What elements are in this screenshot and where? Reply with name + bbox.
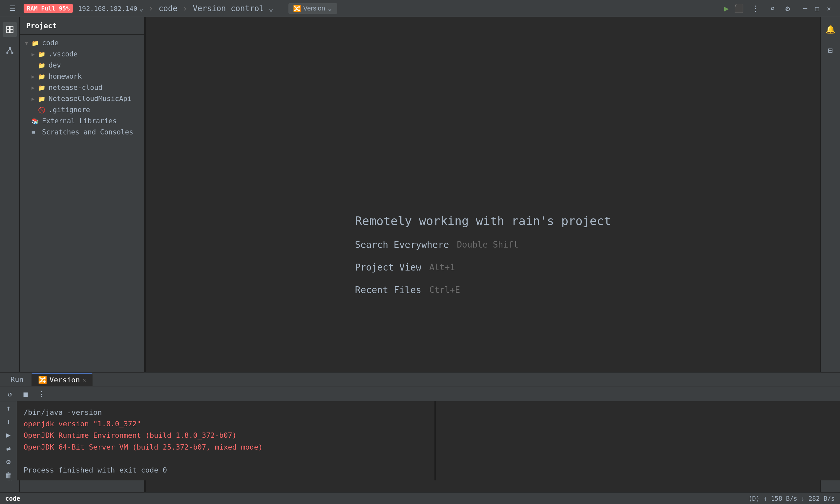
tab-version-close[interactable]: ✕	[82, 376, 86, 383]
ip-address: 192.168.182.140 ⌄	[78, 5, 143, 13]
tree-label-homework: homework	[49, 72, 139, 80]
tree-label-code: code	[42, 39, 139, 47]
tree-item-dev[interactable]: 📁 dev	[20, 60, 144, 71]
tree-item-netease-cloud[interactable]: ▶ 📁 netease-cloud	[20, 82, 144, 93]
svg-line-7	[7, 49, 10, 52]
titlebar-right: ▶ ⬛ ⋮ ⌕ ⚙ ─ □ ✕	[724, 3, 834, 14]
welcome-title: Remotely working with rain's project	[355, 214, 611, 228]
console-delete-icon[interactable]: 🗑	[2, 471, 15, 480]
console-up-arrow[interactable]: ↑	[2, 404, 15, 412]
svg-line-8	[10, 49, 13, 52]
project-breadcrumb: code	[158, 4, 177, 13]
console-line-1: /bin/java -version	[24, 407, 428, 418]
folder-icon-netease-cloud: 📁	[38, 84, 47, 91]
bottom-content: ↑ ↓ ▶ ⇌ ⚙ 🗑 📦 ℹ ⌕ /bin/java -version ope…	[0, 401, 840, 480]
tree-item-netease-api[interactable]: ▶ 📁 NeteaseCloudMusicApi	[20, 93, 144, 104]
console-line-6: Process finished with exit code 0	[24, 464, 428, 476]
titlebar: ☰ RAM Full 95% 192.168.182.140 ⌄ › code …	[0, 0, 840, 17]
more-options-button[interactable]: ⋮	[35, 388, 47, 400]
console-wrap-icon[interactable]: ⇌	[2, 444, 15, 452]
settings-icon[interactable]: ⚙	[783, 3, 793, 14]
tab-version[interactable]: 🔀 Version ✕	[32, 373, 93, 386]
file-icon-gitignore: 🚫	[38, 107, 47, 113]
ram-badge: RAM Full 95%	[24, 4, 73, 13]
tree-arrow-homework: ▶	[32, 73, 38, 80]
search-everywhere-action[interactable]: Search Everywhere	[355, 239, 449, 250]
right-sidebar-notifications[interactable]: 🔔	[823, 22, 838, 37]
lib-icon-external-libs: 📚	[32, 118, 40, 125]
svg-point-5	[6, 52, 8, 53]
bottom-left-icons: ↑ ↓ ▶ ⇌ ⚙ 🗑 📦 ℹ ⌕	[0, 401, 17, 480]
more-options-icon[interactable]: ⋮	[749, 3, 762, 14]
console-line-4: OpenJDK 64-Bit Server VM (build 25.372-b…	[24, 442, 428, 453]
console-line-2: openjdk version "1.8.0_372"	[24, 418, 428, 430]
welcome-action-search[interactable]: Search Everywhere Double Shift	[355, 239, 611, 250]
scratches-icon: ≡	[32, 129, 40, 136]
stop-button[interactable]: ■	[20, 388, 32, 400]
statusbar: code (D) ↑ 158 B/s ↓ 282 B/s	[0, 492, 840, 504]
tree-item-gitignore[interactable]: 🚫 .gitignore	[20, 104, 144, 115]
recent-files-action[interactable]: Recent Files	[355, 285, 421, 295]
project-view-action[interactable]: Project View	[355, 262, 421, 273]
search-everywhere-icon[interactable]: ⌕	[768, 3, 777, 14]
tree-label-vscode: .vscode	[49, 50, 139, 58]
project-view-shortcut: Alt+1	[429, 262, 455, 272]
folder-icon-vscode: 📁	[38, 51, 47, 58]
svg-rect-1	[10, 26, 13, 29]
run-icon[interactable]: ▶	[724, 4, 729, 13]
version-icon: 🔀	[293, 5, 301, 13]
svg-rect-2	[6, 30, 10, 33]
tree-item-code[interactable]: ▼ 📁 code	[20, 37, 144, 49]
tree-arrow-netease-api: ▶	[32, 96, 38, 102]
close-button[interactable]: ✕	[824, 4, 834, 13]
tree-label-dev: dev	[49, 61, 139, 69]
version-button[interactable]: 🔀 Version ⌄	[288, 3, 337, 14]
console-play-icon[interactable]: ▶	[2, 431, 15, 439]
welcome-action-recent-files[interactable]: Recent Files Ctrl+E	[355, 285, 611, 295]
tree-arrow-code: ▼	[25, 40, 32, 46]
bottom-right-panel	[436, 401, 840, 480]
console-down-arrow[interactable]: ↓	[2, 417, 15, 426]
tree-label-netease-api: NeteaseCloudMusicApi	[49, 95, 139, 103]
bottom-panel: Run 🔀 Version ✕ ↺ ■ ⋮ ↑ ↓ ▶ ⇌ ⚙ 🗑	[0, 372, 840, 480]
tree-item-external-libs[interactable]: 📚 External Libraries	[20, 115, 144, 127]
bottom-tabs: Run 🔀 Version ✕	[0, 373, 840, 387]
main-area: ⋯ Project ▼ 📁 code ▶ 📁 .vscode 📁 dev	[0, 17, 840, 492]
tree-label-external-libs: External Libraries	[42, 117, 139, 125]
sidebar-item-structure[interactable]	[3, 43, 17, 58]
tree-label-netease-cloud: netease-cloud	[49, 84, 139, 91]
tree-label-scratches: Scratches and Consoles	[42, 128, 139, 136]
window-controls: ─ □ ✕	[801, 4, 834, 13]
folder-icon-dev: 📁	[38, 62, 47, 69]
titlebar-center: 🔀 Version ⌄	[279, 3, 719, 14]
tab-version-label: Version	[50, 376, 80, 384]
folder-icon-homework: 📁	[38, 73, 47, 80]
minimize-button[interactable]: ─	[801, 4, 810, 13]
folder-icon-netease-api: 📁	[38, 95, 47, 102]
tree-arrow-vscode: ▶	[32, 51, 38, 57]
menu-icon[interactable]: ☰	[6, 3, 18, 14]
tree-item-homework[interactable]: ▶ 📁 homework	[20, 71, 144, 82]
tree-item-scratches[interactable]: ≡ Scratches and Consoles	[20, 127, 144, 138]
status-right: (D) ↑ 158 B/s ↓ 282 B/s	[749, 495, 835, 502]
folder-icon-code: 📁	[32, 40, 40, 47]
restore-button[interactable]: □	[812, 4, 822, 13]
sidebar-item-project[interactable]	[3, 22, 17, 37]
console-settings-icon[interactable]: ⚙	[2, 458, 15, 466]
tab-run[interactable]: Run	[4, 374, 30, 385]
debug-icon[interactable]: ⬛	[734, 4, 744, 13]
welcome-action-project-view[interactable]: Project View Alt+1	[355, 262, 611, 273]
svg-point-4	[9, 47, 10, 49]
welcome-content: Remotely working with rain's project Sea…	[355, 214, 611, 295]
network-status: (D) ↑ 158 B/s ↓ 282 B/s	[749, 495, 835, 502]
tree-item-vscode[interactable]: ▶ 📁 .vscode	[20, 49, 144, 60]
right-sidebar-extra[interactable]: ⊟	[823, 43, 838, 58]
recent-files-shortcut: Ctrl+E	[429, 285, 460, 295]
project-panel-title: Project	[20, 17, 144, 35]
status-left: code	[5, 495, 20, 502]
ip-chevron: ⌄	[139, 5, 143, 13]
bottom-toolbar: ↺ ■ ⋮	[0, 387, 840, 401]
refresh-button[interactable]: ↺	[4, 388, 16, 400]
svg-rect-3	[10, 30, 13, 33]
console-line-5	[24, 453, 428, 464]
